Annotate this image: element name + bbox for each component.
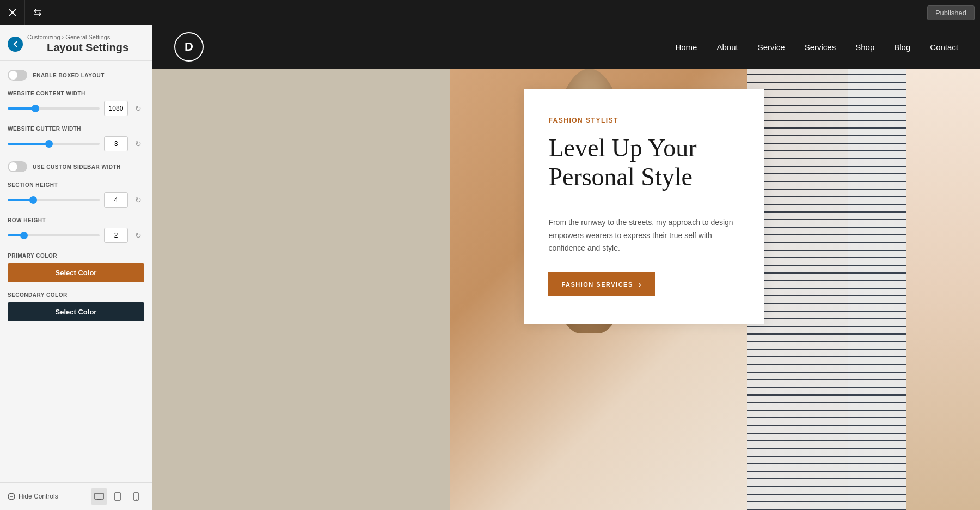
boxed-layout-label: ENABLE BOXED LAYOUT xyxy=(33,72,105,78)
hero-divider xyxy=(548,204,740,204)
hero-left-column xyxy=(152,69,450,510)
row-height-value[interactable]: 2 xyxy=(104,228,128,243)
section-height-slider-row: 4 ↻ xyxy=(8,192,144,208)
arm-decoration xyxy=(906,69,980,510)
section-height-setting: SECTION HEIGHT 4 ↻ xyxy=(8,182,144,208)
nav-blog[interactable]: Blog xyxy=(894,42,910,52)
svg-rect-4 xyxy=(95,493,103,499)
primary-color-label: PRIMARY COLOR xyxy=(8,253,144,259)
gutter-width-reset[interactable]: ↻ xyxy=(132,138,144,150)
row-height-slider-row: 2 ↻ xyxy=(8,228,144,243)
svg-rect-6 xyxy=(115,493,120,500)
panel-title: Layout Settings xyxy=(27,41,128,54)
secondary-color-setting: SECONDARY COLOR Select Color xyxy=(8,292,144,321)
content-width-slider-row: 1080 ↻ xyxy=(8,101,144,116)
section-height-slider[interactable] xyxy=(8,199,100,201)
section-height-reset[interactable]: ↻ xyxy=(132,194,144,206)
row-height-setting: ROW HEIGHT 2 ↻ xyxy=(8,217,144,243)
published-button[interactable]: Published xyxy=(927,5,975,20)
secondary-color-button[interactable]: Select Color xyxy=(8,302,144,321)
breadcrumb: Customizing › General Settings xyxy=(27,34,128,40)
nav-shop[interactable]: Shop xyxy=(855,42,874,52)
primary-color-button[interactable]: Select Color xyxy=(8,263,144,282)
content-width-slider[interactable] xyxy=(8,107,100,110)
hide-controls-button[interactable]: Hide Controls xyxy=(8,493,58,500)
row-height-slider[interactable] xyxy=(8,234,100,236)
mobile-view-button[interactable] xyxy=(128,488,144,505)
panel-footer: Hide Controls xyxy=(0,482,152,510)
custom-sidebar-toggle[interactable] xyxy=(8,161,27,172)
desktop-view-button[interactable] xyxy=(91,488,107,505)
nav-contact[interactable]: Contact xyxy=(930,42,958,52)
hero-cta-button[interactable]: FASHION SERVICES › xyxy=(548,272,655,296)
secondary-color-label: SECONDARY COLOR xyxy=(8,292,144,298)
svg-point-8 xyxy=(136,499,137,500)
preview-area: D Home About Service Services Shop Blog … xyxy=(152,25,980,510)
hero-section: FASHION STYLIST Level Up Your Personal S… xyxy=(152,69,980,510)
site-logo: D xyxy=(174,32,204,62)
row-height-label: ROW HEIGHT xyxy=(8,217,144,223)
hero-right-column: FASHION STYLIST Level Up Your Personal S… xyxy=(450,69,980,510)
close-button[interactable] xyxy=(0,0,25,25)
hero-subtitle: FASHION STYLIST xyxy=(548,117,740,124)
section-height-value[interactable]: 4 xyxy=(104,192,128,208)
nav-about[interactable]: About xyxy=(716,42,738,52)
section-height-label: SECTION HEIGHT xyxy=(8,182,144,188)
hero-title: Level Up Your Personal Style xyxy=(548,134,740,192)
primary-color-setting: PRIMARY COLOR Select Color xyxy=(8,253,144,282)
gutter-width-slider-row: 3 ↻ xyxy=(8,136,144,151)
content-width-setting: WEBSITE CONTENT WIDTH 1080 ↻ xyxy=(8,90,144,116)
toolbar: Published xyxy=(0,0,980,25)
content-width-reset[interactable]: ↻ xyxy=(132,102,144,114)
gutter-width-value[interactable]: 3 xyxy=(104,136,128,151)
panel-header: Customizing › General Settings Layout Se… xyxy=(0,25,152,61)
hero-card: FASHION STYLIST Level Up Your Personal S… xyxy=(524,89,764,324)
main-area: Customizing › General Settings Layout Se… xyxy=(0,25,980,510)
cta-arrow-icon: › xyxy=(639,280,642,289)
boxed-layout-toggle-row: ENABLE BOXED LAYOUT xyxy=(8,70,144,81)
tablet-view-button[interactable] xyxy=(109,488,126,505)
nav-services[interactable]: Services xyxy=(805,42,836,52)
swap-button[interactable] xyxy=(25,0,50,25)
site-nav: D Home About Service Services Shop Blog … xyxy=(152,25,980,69)
content-width-label: WEBSITE CONTENT WIDTH xyxy=(8,90,144,96)
nav-service[interactable]: Service xyxy=(758,42,785,52)
view-buttons xyxy=(91,488,144,505)
custom-sidebar-label: USE CUSTOM SIDEBAR WIDTH xyxy=(33,164,121,170)
back-button[interactable] xyxy=(8,37,23,52)
left-panel: Customizing › General Settings Layout Se… xyxy=(0,25,152,510)
hero-body: From the runway to the streets, my appro… xyxy=(548,216,740,255)
gutter-width-setting: WEBSITE GUTTER WIDTH 3 ↻ xyxy=(8,126,144,151)
nav-home[interactable]: Home xyxy=(675,42,697,52)
custom-sidebar-toggle-row: USE CUSTOM SIDEBAR WIDTH xyxy=(8,161,144,172)
content-width-value[interactable]: 1080 xyxy=(104,101,128,116)
site-menu: Home About Service Services Shop Blog Co… xyxy=(675,42,958,52)
gutter-width-slider[interactable] xyxy=(8,143,100,145)
boxed-layout-toggle[interactable] xyxy=(8,70,27,81)
row-height-reset[interactable]: ↻ xyxy=(132,229,144,241)
panel-body: ENABLE BOXED LAYOUT WEBSITE CONTENT WIDT… xyxy=(0,61,152,482)
gutter-width-label: WEBSITE GUTTER WIDTH xyxy=(8,126,144,132)
